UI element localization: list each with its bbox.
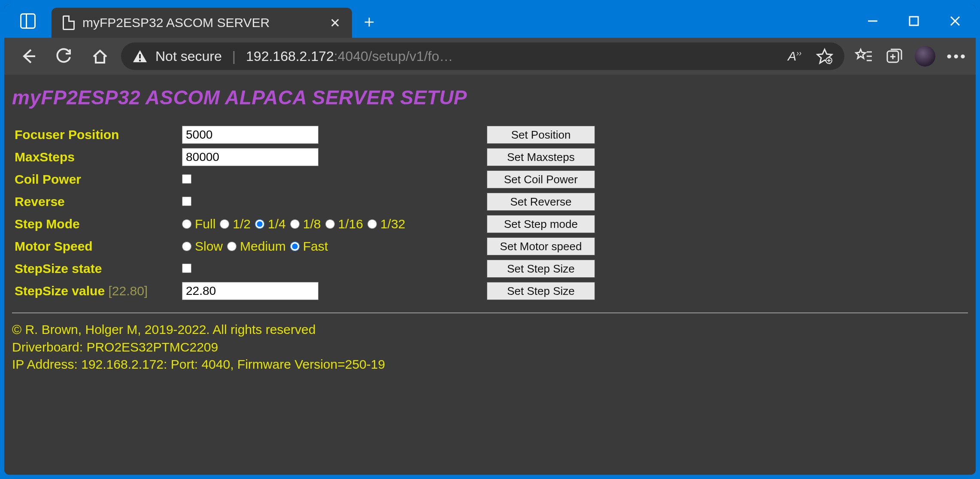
home-icon <box>91 47 109 65</box>
window-controls <box>852 4 976 38</box>
svg-rect-1 <box>910 17 918 25</box>
stepmode-option[interactable]: 1/4 <box>255 217 286 231</box>
stepmode-option[interactable]: 1/32 <box>367 217 405 231</box>
stepmode-option[interactable]: 1/2 <box>220 217 251 231</box>
checkbox-coil-power[interactable] <box>182 174 191 184</box>
label-maxsteps: MaxSteps <box>12 146 179 168</box>
svg-rect-6 <box>139 60 141 61</box>
set-motor-speed-button[interactable]: Set Motor speed <box>487 237 595 255</box>
stepmode-label: 1/8 <box>303 217 321 231</box>
motorspeed-option[interactable]: Slow <box>182 239 223 254</box>
motorspeed-radio[interactable] <box>290 242 300 251</box>
stepmode-option[interactable]: 1/16 <box>325 217 363 231</box>
motorspeed-options: SlowMediumFast <box>179 235 484 258</box>
set-stepsize-value-button[interactable]: Set Step Size <box>487 282 595 300</box>
minimize-button[interactable] <box>852 4 893 38</box>
set-maxsteps-button[interactable]: Set Maxsteps <box>487 148 595 166</box>
row-focuser-position: Focuser Position Set Position <box>12 124 598 146</box>
tab-close-button[interactable]: ✕ <box>326 15 343 30</box>
stepmode-radio[interactable] <box>220 219 229 229</box>
stepmode-label: 1/2 <box>233 217 251 231</box>
separator: | <box>230 49 238 64</box>
row-coil-power: Coil Power Set Coil Power <box>12 168 598 191</box>
input-stepsize-value[interactable] <box>182 282 319 300</box>
input-focuser-position[interactable] <box>182 126 319 144</box>
stepmode-option[interactable]: Full <box>182 217 215 231</box>
label-stepsize-value-current: [22.80] <box>108 284 148 298</box>
motorspeed-label: Slow <box>195 239 223 254</box>
back-button[interactable] <box>13 43 43 69</box>
home-button[interactable] <box>85 43 115 69</box>
tab-actions-button[interactable] <box>4 4 52 38</box>
warning-icon <box>132 49 148 64</box>
footer-copyright: © R. Brown, Holger M, 2019-2022. All rig… <box>12 321 968 339</box>
close-window-button[interactable] <box>934 4 976 38</box>
refresh-icon <box>55 48 73 65</box>
toolbar-right: ••• <box>850 46 967 67</box>
toolbar: Not secure | 192.168.2.172:4040/setup/v1… <box>4 38 976 75</box>
browser-window: myFP2ESP32 ASCOM SERVER ✕ ＋ <box>4 4 976 475</box>
read-aloud-button[interactable]: A›› <box>788 49 801 64</box>
set-coil-power-button[interactable]: Set Coil Power <box>487 170 595 188</box>
addressbar-actions: A›› <box>788 48 833 65</box>
footer-driverboard: Driverboard: PRO2ES32PTMC2209 <box>12 339 968 356</box>
checkbox-reverse[interactable] <box>182 197 191 206</box>
row-motor-speed: Motor Speed SlowMediumFast Set Motor spe… <box>12 235 598 258</box>
maximize-icon <box>908 15 920 27</box>
footer-ipinfo: IP Address: 192.168.2.172: Port: 4040, F… <box>12 356 968 373</box>
motorspeed-label: Fast <box>303 239 328 254</box>
checkbox-stepsize-state[interactable] <box>182 264 191 273</box>
stepmode-label: 1/16 <box>338 217 363 231</box>
set-position-button[interactable]: Set Position <box>487 126 595 144</box>
footer: © R. Brown, Holger M, 2019-2022. All rig… <box>12 321 968 373</box>
page-content: myFP2ESP32 ASCOM ALPACA SERVER SETUP Foc… <box>4 75 976 475</box>
page-title: myFP2ESP32 ASCOM ALPACA SERVER SETUP <box>12 86 968 109</box>
profile-button[interactable] <box>915 46 935 67</box>
set-step-mode-button[interactable]: Set Step mode <box>487 215 595 233</box>
back-icon <box>19 47 37 65</box>
new-tab-button[interactable]: ＋ <box>352 4 386 38</box>
url-host: 192.168.2.172 <box>246 49 334 64</box>
motorspeed-label: Medium <box>240 239 286 254</box>
label-stepsize-value: StepSize value [22.80] <box>12 280 179 302</box>
security-status: Not secure <box>155 49 222 64</box>
address-bar[interactable]: Not secure | 192.168.2.172:4040/setup/v1… <box>121 42 844 70</box>
label-motor-speed: Motor Speed <box>12 235 179 258</box>
label-step-mode: Step Mode <box>12 213 179 235</box>
stepmode-radio[interactable] <box>182 219 191 229</box>
stepmode-options: Full1/21/41/81/161/32 <box>179 213 484 235</box>
stepmode-label: 1/4 <box>268 217 286 231</box>
close-icon <box>949 15 962 27</box>
stepmode-radio[interactable] <box>367 219 377 229</box>
stepmode-option[interactable]: 1/8 <box>290 217 321 231</box>
row-maxsteps: MaxSteps Set Maxsteps <box>12 146 598 168</box>
set-reverse-button[interactable]: Set Reverse <box>487 193 595 211</box>
motorspeed-option[interactable]: Fast <box>290 239 328 254</box>
url-text: 192.168.2.172:4040/setup/v1/fo… <box>246 49 453 64</box>
maximize-button[interactable] <box>893 4 934 38</box>
label-coil-power: Coil Power <box>12 168 179 191</box>
motorspeed-option[interactable]: Medium <box>227 239 286 254</box>
refresh-button[interactable] <box>49 43 79 69</box>
stepmode-radio[interactable] <box>325 219 335 229</box>
svg-rect-5 <box>139 54 141 58</box>
motorspeed-radio[interactable] <box>182 242 191 251</box>
favorite-button[interactable] <box>816 48 833 65</box>
set-stepsize-state-button[interactable]: Set Step Size <box>487 260 595 278</box>
menu-button[interactable]: ••• <box>947 48 967 65</box>
titlebar: myFP2ESP32 ASCOM SERVER ✕ ＋ <box>4 4 976 38</box>
stepmode-radio[interactable] <box>255 219 264 229</box>
favorites-list-button[interactable] <box>855 47 874 66</box>
label-stepsize-value-text: StepSize value <box>15 284 105 298</box>
minimize-icon <box>866 15 879 27</box>
input-maxsteps[interactable] <box>182 148 319 166</box>
collections-button[interactable] <box>885 47 904 66</box>
stepmode-radio[interactable] <box>290 219 300 229</box>
browser-tab[interactable]: myFP2ESP32 ASCOM SERVER ✕ <box>52 8 352 38</box>
label-stepsize-state: StepSize state <box>12 258 179 280</box>
settings-form: Focuser Position Set Position MaxSteps S… <box>12 124 598 302</box>
motorspeed-radio[interactable] <box>227 242 237 251</box>
stepmode-label: Full <box>195 217 215 231</box>
label-focuser-position: Focuser Position <box>12 124 179 146</box>
url-path: :4040/setup/v1/fo… <box>334 49 453 64</box>
